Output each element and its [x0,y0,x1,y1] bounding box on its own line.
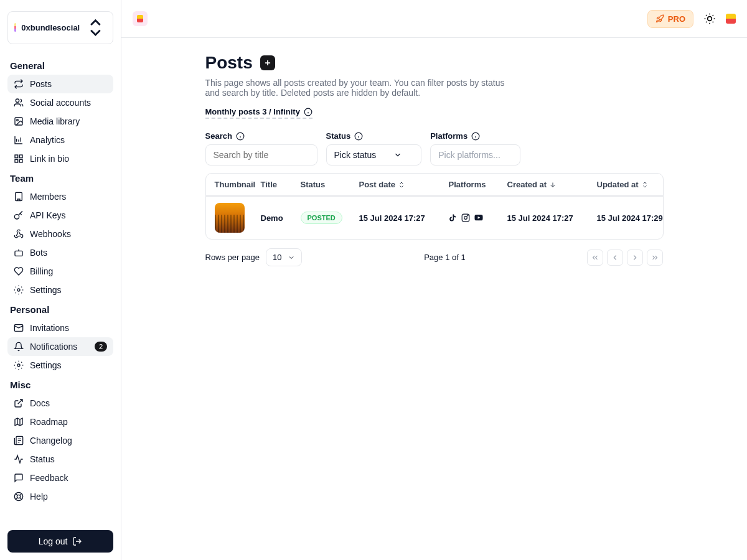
sidebar-item-label: Changelog [30,436,72,446]
svg-point-15 [708,17,712,21]
svg-rect-3 [15,155,18,158]
rows-per-page-label: Rows per page [205,253,260,262]
sidebar-item-posts[interactable]: Posts [7,75,113,93]
logout-label: Log out [39,536,68,546]
status-badge: POSTED [301,212,342,224]
sidebar-item-notifications[interactable]: Notifications 2 [7,337,113,356]
chevron-down-icon [393,151,402,159]
sidebar-item-roadmap[interactable]: Roadmap [7,413,113,431]
sidebar-item-help[interactable]: Help [7,487,113,506]
sidebar-item-media-library[interactable]: Media library [7,112,113,131]
user-avatar[interactable] [726,14,736,24]
chart-icon [14,135,24,145]
sidebar-item-social-accounts[interactable]: Social accounts [7,93,113,112]
col-post-date[interactable]: Post date [359,180,446,189]
youtube-icon [474,213,484,222]
sidebar-item-api-keys[interactable]: API Keys [7,206,113,225]
col-title[interactable]: Title [261,180,298,189]
info-icon[interactable] [304,108,312,116]
section-misc: Misc [10,380,111,390]
sidebar-item-webhooks[interactable]: Webhooks [7,225,113,243]
org-icon [14,23,16,32]
pro-button[interactable]: PRO [647,10,693,28]
page-title: Posts [205,53,253,73]
sidebar-item-label: Settings [30,285,62,295]
sidebar-item-status[interactable]: Status [7,450,113,469]
sidebar-item-docs[interactable]: Docs [7,394,113,413]
created-at: 15 Jul 2024 17:27 [507,213,594,223]
col-created-at[interactable]: Created at [507,180,594,189]
platforms-label: Platforms [430,131,520,141]
svg-point-8 [14,214,19,218]
bell-icon [14,342,24,352]
sidebar-item-label: Help [30,492,48,502]
grid-icon [14,154,24,164]
sidebar-item-link-in-bio[interactable]: Link in bio [7,149,113,168]
arrow-down-icon [549,181,557,189]
key-icon [14,210,24,220]
lifebuoy-icon [14,492,24,502]
sidebar-item-label: Media library [30,116,80,126]
sidebar-item-changelog[interactable]: Changelog [7,431,113,450]
sidebar-item-label: Social accounts [30,98,91,108]
post-date: 15 Jul 2024 17:27 [359,213,446,223]
webhook-icon [14,229,24,239]
sidebar-item-label: Billing [30,266,53,276]
page-description: This page shows all posts created by you… [205,78,517,98]
external-icon [14,398,24,408]
status-value: Pick status [334,150,377,160]
section-personal: Personal [10,304,111,315]
sidebar-item-feedback[interactable]: Feedback [7,469,113,487]
section-general: General [10,60,111,71]
chevrons-left-icon [591,253,599,262]
bot-icon [14,248,24,258]
rows-per-page-select[interactable]: 10 [266,248,302,266]
sidebar-item-analytics[interactable]: Analytics [7,131,113,149]
first-page-button[interactable] [587,250,603,266]
logout-button[interactable]: Log out [7,530,113,553]
monthly-posts-indicator: Monthly posts 3 / Infinity [205,107,312,119]
logout-icon [72,536,82,546]
status-select[interactable]: Pick status [326,144,422,166]
section-team: Team [10,173,111,184]
org-switcher[interactable]: 0xbundlesocial [7,11,113,44]
table-row[interactable]: Demo POSTED 15 Jul 2024 17:27 15 Jul 202… [206,196,663,239]
info-icon[interactable] [354,132,363,141]
sidebar-item-billing[interactable]: Billing [7,262,113,281]
map-icon [14,417,24,427]
platforms-input[interactable]: Pick platforms... [430,144,520,166]
col-status[interactable]: Status [301,180,357,189]
sidebar-item-label: Webhooks [30,229,71,239]
app-logo[interactable] [133,11,148,26]
pagination: Rows per page 10 Page 1 of 1 [205,248,664,266]
sort-icon [398,181,405,189]
rows-value: 10 [273,253,281,262]
info-icon[interactable] [471,132,480,141]
svg-point-0 [16,99,19,102]
gear-icon [14,360,24,370]
sidebar-item-invitations[interactable]: Invitations [7,319,113,337]
sidebar-item-bots[interactable]: Bots [7,243,113,262]
post-title: Demo [261,213,298,223]
search-label: Search [205,131,317,141]
plus-icon [263,58,272,67]
search-input[interactable] [205,144,317,166]
sidebar-item-members[interactable]: Members [7,187,113,206]
theme-toggle[interactable] [700,9,720,29]
svg-point-2 [17,119,19,121]
svg-rect-4 [19,155,22,158]
main: PRO Posts This page shows all posts crea… [121,0,747,560]
next-page-button[interactable] [627,250,643,266]
svg-rect-6 [15,159,18,162]
col-updated-at[interactable]: Updated at [597,180,664,189]
activity-icon [14,454,24,464]
sidebar-item-label: Analytics [30,135,65,145]
add-post-button[interactable] [260,55,275,70]
last-page-button[interactable] [647,250,663,266]
sort-icon [641,181,649,189]
sidebar-item-team-settings[interactable]: Settings [7,281,113,299]
prev-page-button[interactable] [607,250,623,266]
sidebar-item-personal-settings[interactable]: Settings [7,356,113,375]
info-icon[interactable] [236,132,245,141]
svg-point-14 [17,495,20,498]
